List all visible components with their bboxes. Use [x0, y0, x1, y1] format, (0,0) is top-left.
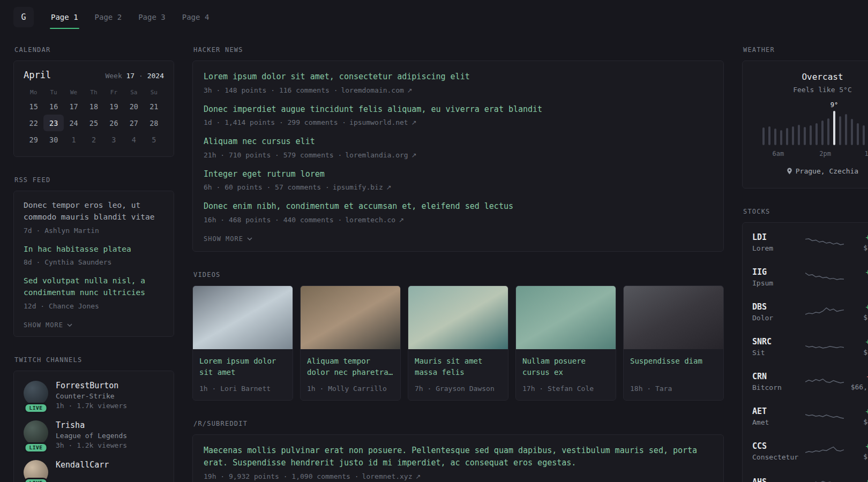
stock-row[interactable]: SNRCSit+1.36%$148.64 [752, 329, 868, 364]
twitch-widget: TWITCH CHANNELS LIVEForrestBurtonCounter… [13, 356, 174, 482]
feed-item-meta: 16h · 468 points · 440 comments ·loremte… [204, 216, 713, 224]
calendar-day: 27 [124, 115, 144, 131]
chevron-down-icon [67, 323, 72, 327]
weather-bar [821, 120, 824, 145]
video-card[interactable]: Mauris sit amet massa felis7h · Grayson … [408, 285, 508, 401]
twitch-channel-row[interactable]: LIVEKendallCarr [24, 460, 164, 482]
stock-name: Consectetur [752, 453, 802, 461]
video-title[interactable]: Nullam posuere cursus ex [522, 356, 609, 378]
calendar-section-title: CALENDAR [14, 46, 173, 54]
feed-item-domain-link[interactable]: loremdomain.com [341, 86, 403, 94]
hackernews-show-more-button[interactable]: SHOW MORE [204, 234, 252, 244]
video-card[interactable]: Lorem ipsum dolor sit amet consectetu…1h… [192, 285, 293, 401]
subreddit-card: Maecenas mollis pulvinar erat non posuer… [192, 434, 724, 482]
feed-item-meta-text: 21h · 710 points · 579 comments · [204, 151, 342, 159]
tab-page-2[interactable]: Page 2 [94, 10, 123, 25]
feed-item-domain-link[interactable]: loremlandia.org [345, 151, 408, 159]
weekday-label: Mo [24, 89, 43, 96]
stock-change-percent: -1.00% [848, 372, 868, 381]
stock-ticker[interactable]: AHS [752, 477, 802, 482]
weather-feels-like: Feels like 5°C [753, 86, 868, 94]
stock-ticker[interactable]: CRN [752, 372, 802, 381]
hackernews-list: Lorem ipsum dolor sit amet, consectetur … [204, 71, 713, 224]
rss-show-more-label: SHOW MORE [24, 321, 63, 329]
feed-item-domain-link[interactable]: ipsumworld.net [349, 118, 408, 126]
weekday-label: Fr [104, 89, 124, 96]
weather-bar [798, 125, 800, 145]
twitch-channel-row[interactable]: LIVEForrestBurtonCounter-Strike1h · 1.7k… [24, 381, 164, 410]
stock-ticker[interactable]: LDI [752, 232, 802, 242]
feed-item-domain-link[interactable]: ipsumify.biz [333, 183, 383, 191]
video-card[interactable]: Suspendisse diam18h · Tara [623, 285, 724, 401]
twitch-channel-row[interactable]: LIVETrishaLeague of Legends3h · 1.2k vie… [24, 420, 164, 449]
calendar-day: 18 [84, 98, 103, 115]
stock-row[interactable]: CRNBitcorn-1.00%$66,171.48 [752, 364, 868, 399]
video-card-body: Suspendisse diam18h · Tara [624, 349, 723, 400]
app-logo[interactable]: G [13, 7, 34, 27]
stock-row[interactable]: AETAmet+0.92%$499.72 [752, 399, 868, 434]
weather-widget: WEATHER Overcast Feels like 5°C 9° 6am2p… [742, 46, 868, 189]
feed-item-title[interactable]: Donec enim nibh, condimentum et accumsan… [204, 200, 713, 213]
video-meta: 17h · Stefan Cole [522, 385, 609, 393]
weather-location-label: Prague, Czechia [796, 167, 858, 175]
stock-ticker[interactable]: DBS [752, 302, 802, 312]
feed-item-title[interactable]: Maecenas mollis pulvinar erat non posuer… [204, 445, 713, 470]
stock-symbol-block: CCSConsectetur [752, 441, 802, 461]
subreddit-section-title: /R/SUBREDDIT [193, 420, 723, 427]
weather-bar-current: 9° [833, 111, 835, 145]
video-title[interactable]: Lorem ipsum dolor sit amet consectetu… [199, 356, 286, 378]
twitch-channel-name[interactable]: Trisha [56, 420, 127, 430]
video-title[interactable]: Mauris sit amet massa felis [415, 356, 502, 378]
calendar-day: 20 [124, 98, 144, 115]
feed-item-domain-link[interactable]: loremtech.co [345, 216, 395, 224]
feed-item-title[interactable]: Integer eget rutrum lorem [204, 168, 713, 180]
tab-page-1[interactable]: Page 1 [50, 10, 79, 25]
calendar-widget: CALENDAR April Week 17 · 2024 MoTuWeThFr… [13, 46, 174, 157]
feed-item-title[interactable]: Aliquam nec cursus elit [204, 135, 713, 148]
stock-row[interactable]: CCSConsectetur+0.51%$165.84 [752, 434, 868, 469]
twitch-channel-name[interactable]: ForrestBurton [56, 381, 127, 390]
stock-row[interactable]: IIGIpsum+2.84%$42.04 [752, 260, 868, 295]
external-link-icon: ↗ [386, 184, 392, 191]
live-badge: LIVE [24, 403, 48, 413]
tab-page-3[interactable]: Page 3 [137, 10, 167, 25]
weather-location: Prague, Czechia [787, 167, 858, 175]
weather-time-label: 10pm [864, 150, 868, 157]
stock-price: $156.28 [848, 313, 868, 321]
feed-item-title[interactable]: Sed volutpat nulla nisl, a condimentum n… [24, 275, 164, 299]
feed-item-title[interactable]: Donec imperdiet augue tincidunt felis al… [204, 103, 713, 116]
stock-ticker[interactable]: AET [752, 406, 802, 416]
feed-item-title[interactable]: In hac habitasse platea [24, 244, 164, 255]
stock-row[interactable]: LDILorem+4.35%$795.18 [752, 225, 868, 260]
stock-row[interactable]: DBSDolor+1.42%$156.28 [752, 295, 868, 329]
video-card[interactable]: Nullam posuere cursus ex17h · Stefan Col… [515, 285, 616, 401]
feed-item-meta-text: 6h · 60 points · 57 comments · [204, 183, 330, 191]
rss-show-more-button[interactable]: SHOW MORE [24, 320, 72, 330]
stock-ticker[interactable]: SNRC [752, 337, 802, 347]
stock-row[interactable]: AHS+0.46% [752, 469, 868, 482]
weekday-label: Su [144, 89, 164, 96]
weather-bar [810, 125, 812, 145]
stock-ticker[interactable]: CCS [752, 441, 802, 451]
video-title[interactable]: Suspendisse diam [630, 356, 717, 378]
stocks-section-title: STOCKS [743, 208, 868, 215]
calendar-day: 17 [64, 98, 84, 115]
tab-page-4[interactable]: Page 4 [181, 10, 211, 25]
stock-name: Sit [752, 349, 802, 357]
video-card[interactable]: Aliquam tempor dolor nec pharetra…1h · M… [300, 285, 401, 401]
feed-item-title[interactable]: Donec tempor eros leo, ut commodo mauris… [24, 200, 164, 223]
video-title[interactable]: Aliquam tempor dolor nec pharetra… [307, 356, 394, 378]
stock-symbol-block: AHS [752, 477, 802, 482]
feed-item-title[interactable]: Lorem ipsum dolor sit amet, consectetur … [204, 71, 713, 83]
stock-ticker[interactable]: IIG [752, 267, 802, 277]
twitch-section-title: TWITCH CHANNELS [14, 356, 173, 364]
calendar-day: 4 [124, 131, 144, 148]
stock-values-block: +0.46% [848, 478, 868, 482]
twitch-channel-name[interactable]: KendallCarr [56, 460, 109, 470]
weather-bar [857, 123, 859, 145]
feed-item-meta: 7d · Ashlyn Martin [24, 227, 164, 235]
stock-name: Ipsum [752, 279, 802, 287]
weather-condition: Overcast [753, 72, 868, 82]
calendar-day: 26 [104, 115, 124, 131]
feed-item-domain-link[interactable]: loremnet.xyz [362, 472, 413, 480]
